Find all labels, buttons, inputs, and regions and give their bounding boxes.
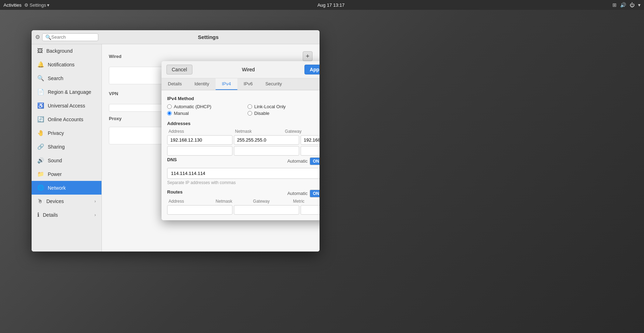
netmask-field-2[interactable] (234, 146, 299, 156)
tab-ipv6[interactable]: IPv6 (237, 78, 259, 90)
wired-section-header: Wired + (109, 51, 313, 61)
sidebar-label-online-accounts: Online Accounts (48, 117, 83, 122)
dns-input[interactable] (167, 168, 320, 179)
automatic-label: Automatic (DHCP) (174, 104, 211, 109)
address-field-2[interactable] (167, 146, 232, 156)
sidebar-item-sharing[interactable]: 🔗 Sharing (32, 140, 101, 154)
sidebar-label-privacy: Privacy (48, 130, 64, 136)
routes-col-gateway: Gateway (243, 199, 280, 204)
tab-details[interactable]: Details (162, 78, 188, 90)
sidebar-item-universal-access[interactable]: ♿ Universal Access (32, 99, 101, 112)
sidebar-label-background: Background (46, 48, 73, 54)
dns-toggle[interactable]: ON (310, 157, 320, 165)
sidebar-label-power: Power (48, 171, 62, 177)
method-automatic[interactable]: Automatic (DHCP) (167, 104, 248, 109)
routes-section-label: Routes (167, 189, 183, 195)
sidebar-item-devices[interactable]: 🖱 Devices › (32, 195, 101, 208)
settings-toolbar: ⚙ 🔍 Settings (32, 30, 320, 44)
gateway-field-1[interactable] (301, 135, 320, 145)
settings-menu-chevron: ▾ (47, 2, 50, 8)
link-local-label: Link-Local Only (254, 104, 286, 109)
address-row-2: ✕ (167, 146, 320, 156)
proxy-section-title: Proxy (109, 116, 121, 121)
method-link-local[interactable]: Link-Local Only (248, 104, 320, 109)
sidebar-label-devices: Devices (46, 198, 64, 204)
main-panel: Wired + ⚙ VPN + (102, 44, 320, 252)
add-wired-button[interactable]: + (303, 51, 313, 61)
settings-body: 🖼 Background 🔔 Notifications 🔍 Search 📄 … (32, 44, 320, 252)
dns-hint: Separate IP addresses with commas (167, 180, 320, 185)
method-disable[interactable]: Disable (248, 111, 320, 116)
apply-button[interactable]: Apply (304, 65, 320, 74)
sidebar-item-search[interactable]: 🔍 Search (32, 71, 101, 85)
manual-label: Manual (174, 111, 189, 116)
tab-security[interactable]: Security (259, 78, 288, 90)
settings-gear-icon: ⚙ (35, 34, 40, 40)
method-manual[interactable]: Manual (167, 111, 248, 116)
sidebar: 🖼 Background 🔔 Notifications 🔍 Search 📄 … (32, 44, 102, 252)
search-sidebar-icon: 🔍 (37, 75, 44, 81)
devices-chevron: › (94, 199, 96, 204)
sidebar-item-details[interactable]: ℹ Details › (32, 208, 101, 222)
sidebar-label-details: Details (43, 212, 58, 218)
sidebar-item-background[interactable]: 🖼 Background (32, 44, 101, 58)
network-status-icon[interactable]: ⊞ (612, 2, 617, 8)
dns-toggle-on[interactable]: ON (310, 158, 320, 165)
topbar: Activities ⚙ Settings ▾ Aug 17 13:17 ⊞ 🔊… (0, 0, 644, 10)
dialog-action-bar: Cancel Wired Apply (162, 61, 320, 78)
sidebar-item-privacy[interactable]: 🤚 Privacy (32, 126, 101, 140)
settings-window-title: Settings (100, 34, 316, 40)
sidebar-label-region: Region & Language (48, 89, 91, 95)
dns-header: DNS Automatic ON (167, 157, 320, 165)
routes-col-address: Address (169, 199, 205, 204)
routes-netmask-field[interactable] (234, 205, 299, 215)
sharing-icon: 🔗 (37, 143, 44, 150)
dialog-content: IPv4 Method Automatic (DHCP) Link-Local … (162, 90, 320, 220)
network-dialog: Cancel Wired Apply Details Identity IPv4… (162, 61, 320, 220)
power-menu-chevron[interactable]: ▾ (638, 2, 640, 8)
netmask-field-1[interactable] (234, 135, 299, 145)
sidebar-item-network[interactable]: 🌐 Network (32, 181, 101, 195)
gateway-field-2[interactable] (301, 146, 320, 156)
routes-address-field[interactable] (167, 205, 232, 215)
universal-access-icon: ♿ (37, 102, 44, 109)
address-field-1[interactable] (167, 135, 232, 145)
activities-button[interactable]: Activities (4, 2, 21, 8)
settings-menu-icon: ⚙ (24, 2, 28, 8)
power-menu-icon[interactable]: ⏻ (630, 2, 635, 8)
sound-icon: 🔊 (37, 157, 44, 164)
routes-toggle[interactable]: ON (310, 190, 320, 197)
search-input[interactable] (51, 34, 95, 40)
volume-icon[interactable]: 🔊 (620, 2, 626, 8)
settings-menu-button[interactable]: ⚙ Settings ▾ (24, 2, 50, 8)
devices-icon: 🖱 (37, 198, 43, 204)
datetime-display: Aug 17 13:17 (317, 2, 344, 8)
routes-col-headers: Address Netmask Gateway Metric (167, 199, 320, 204)
sidebar-item-region[interactable]: 📄 Region & Language (32, 85, 101, 99)
privacy-icon: 🤚 (37, 130, 44, 136)
wired-section-title: Wired (109, 54, 121, 59)
sidebar-item-power[interactable]: 📁 Power (32, 167, 101, 181)
routes-toggle-on[interactable]: ON (310, 190, 320, 197)
routes-gateway-field[interactable] (301, 205, 320, 215)
background-icon: 🖼 (37, 48, 43, 54)
online-accounts-icon: 🔄 (37, 116, 44, 123)
sidebar-label-notifications: Notifications (48, 62, 74, 67)
dialog-title: Wired (242, 67, 255, 72)
notifications-icon: 🔔 (37, 61, 44, 68)
tab-identity[interactable]: Identity (188, 78, 216, 90)
routes-col-netmask: Netmask (206, 199, 242, 204)
sidebar-item-notifications[interactable]: 🔔 Notifications (32, 58, 101, 71)
sidebar-label-universal-access: Universal Access (48, 103, 85, 109)
cancel-button[interactable]: Cancel (166, 65, 192, 74)
sidebar-label-sound: Sound (48, 158, 62, 163)
details-icon: ℹ (37, 211, 39, 218)
routes-row-1: ✕ (167, 205, 320, 215)
tab-ipv4[interactable]: IPv4 (216, 78, 237, 90)
col-header-gateway: Gateway (268, 129, 318, 134)
settings-search-box[interactable]: 🔍 (42, 33, 98, 41)
region-icon: 📄 (37, 89, 44, 95)
sidebar-item-sound[interactable]: 🔊 Sound (32, 154, 101, 167)
sidebar-item-online-accounts[interactable]: 🔄 Online Accounts (32, 112, 101, 126)
routes-col-metric: Metric (281, 199, 317, 204)
